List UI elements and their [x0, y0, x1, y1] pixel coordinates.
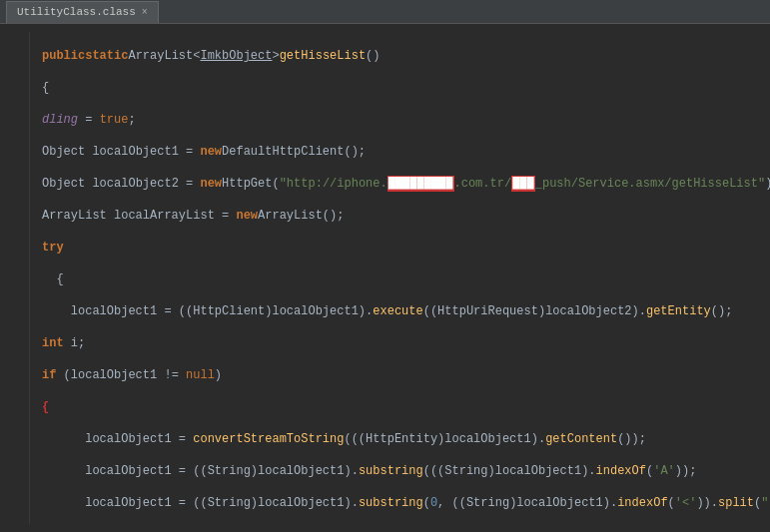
code-content[interactable]: public static ArrayList<ImkbObject> getH… — [30, 32, 770, 524]
code-line-9: localObject1 = ((HttpClient)localObject1… — [42, 303, 758, 319]
code-line-1: public static ArrayList<ImkbObject> getH… — [42, 48, 758, 64]
code-line-4: Object localObject1 = new DefaultHttpCli… — [42, 144, 758, 160]
code-line-15: localObject1 = ((String)localObject1).su… — [42, 495, 758, 511]
code-line-11: if (localObject1 != null) — [42, 367, 758, 383]
code-line-2: { — [42, 80, 758, 96]
file-tab[interactable]: UtilityClass.class × — [6, 1, 159, 23]
code-line-7: try — [42, 240, 758, 256]
title-bar: UtilityClass.class × — [0, 0, 770, 24]
tab-close-icon[interactable]: × — [142, 7, 148, 18]
code-line-10: int i; — [42, 335, 758, 351]
code-line-12: { — [42, 399, 758, 415]
tab-label: UtilityClass.class — [17, 6, 136, 18]
code-line-8: { — [42, 271, 758, 287]
code-line-14: localObject1 = ((String)localObject1).su… — [42, 463, 758, 479]
code-line-3: dling = true; — [42, 112, 758, 128]
code-line-6: ArrayList localArrayList = new ArrayList… — [42, 208, 758, 224]
editor-area: public static ArrayList<ImkbObject> getH… — [0, 24, 770, 532]
code-line-13: localObject1 = convertStreamToString(((H… — [42, 431, 758, 447]
code-line-5: Object localObject2 = new HttpGet("http:… — [42, 176, 758, 192]
line-numbers — [0, 32, 30, 524]
